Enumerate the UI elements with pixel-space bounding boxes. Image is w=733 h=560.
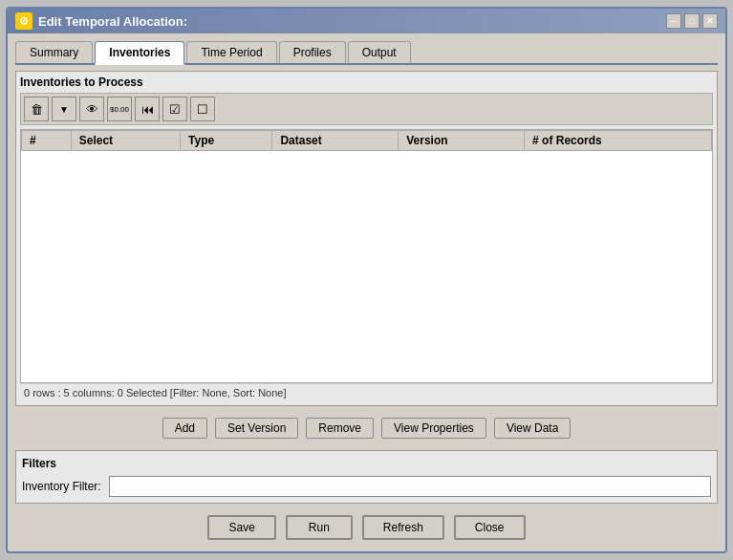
eye-icon: 👁 bbox=[86, 102, 98, 117]
view-toolbar-button[interactable]: 👁 bbox=[79, 97, 104, 121]
set-version-button[interactable]: Set Version bbox=[215, 418, 298, 439]
close-button[interactable]: Close bbox=[454, 515, 526, 540]
title-bar: ⚙ Edit Temporal Allocation: ─ □ ✕ bbox=[8, 9, 725, 33]
tab-summary[interactable]: Summary bbox=[15, 41, 93, 63]
table-status: 0 rows : 5 columns: 0 Selected [Filter: … bbox=[20, 383, 713, 401]
cost-toolbar-button[interactable]: $0.00 bbox=[107, 97, 132, 121]
inventory-filter-row: Inventory Filter: bbox=[22, 476, 711, 497]
inventories-table-container: # Select Type Dataset Version # of Recor… bbox=[20, 129, 713, 383]
back-toolbar-button[interactable]: ⏮ bbox=[135, 97, 160, 121]
close-title-button[interactable]: ✕ bbox=[702, 13, 718, 29]
tab-inventories[interactable]: Inventories bbox=[95, 41, 184, 65]
inventory-filter-input[interactable] bbox=[109, 476, 711, 497]
maximize-button[interactable]: □ bbox=[684, 13, 700, 29]
filter-toolbar-button[interactable]: ▼ bbox=[52, 97, 76, 121]
tab-bar: Summary Inventories Time Period Profiles… bbox=[15, 41, 718, 65]
check-toolbar-button[interactable]: ☑ bbox=[162, 97, 187, 121]
refresh-button[interactable]: Refresh bbox=[362, 515, 444, 540]
title-buttons: ─ □ ✕ bbox=[666, 13, 718, 29]
inventories-title: Inventories to Process bbox=[20, 75, 713, 89]
col-dataset: Dataset bbox=[272, 131, 399, 151]
filter-icon: ▼ bbox=[59, 104, 69, 115]
save-button[interactable]: Save bbox=[207, 515, 275, 540]
filters-title: Filters bbox=[22, 457, 711, 470]
view-data-button[interactable]: View Data bbox=[494, 418, 571, 439]
col-version: Version bbox=[399, 131, 525, 151]
add-button[interactable]: Add bbox=[162, 418, 207, 439]
window-title: Edit Temporal Allocation: bbox=[38, 14, 187, 29]
filters-section: Filters Inventory Filter: bbox=[15, 450, 718, 504]
square-toolbar-button[interactable]: ☐ bbox=[190, 97, 215, 121]
check-icon: ☑ bbox=[169, 102, 181, 117]
main-window: ⚙ Edit Temporal Allocation: ─ □ ✕ Summar… bbox=[6, 7, 727, 553]
col-type: Type bbox=[181, 131, 272, 151]
col-number: # bbox=[22, 131, 72, 151]
inventories-section: Inventories to Process 🗑 ▼ 👁 $0.00 ⏮ bbox=[15, 71, 718, 406]
cost-icon: $0.00 bbox=[110, 105, 129, 114]
tab-time-period[interactable]: Time Period bbox=[186, 41, 276, 63]
trash-icon: 🗑 bbox=[31, 102, 43, 117]
action-buttons: Add Set Version Remove View Properties V… bbox=[15, 412, 718, 444]
bottom-buttons: Save Run Refresh Close bbox=[15, 509, 718, 544]
inventories-table: # Select Type Dataset Version # of Recor… bbox=[21, 130, 712, 151]
view-properties-button[interactable]: View Properties bbox=[381, 418, 486, 439]
remove-button[interactable]: Remove bbox=[306, 418, 374, 439]
delete-toolbar-button[interactable]: 🗑 bbox=[24, 97, 49, 121]
col-records: # of Records bbox=[525, 131, 712, 151]
inventories-toolbar: 🗑 ▼ 👁 $0.00 ⏮ ☑ ☐ bbox=[20, 93, 713, 125]
window-body: Summary Inventories Time Period Profiles… bbox=[8, 33, 725, 551]
run-button[interactable]: Run bbox=[286, 515, 353, 540]
col-select: Select bbox=[71, 131, 180, 151]
app-icon: ⚙ bbox=[15, 12, 32, 30]
minimize-button[interactable]: ─ bbox=[666, 13, 681, 29]
tab-profiles[interactable]: Profiles bbox=[279, 41, 346, 63]
inventory-filter-label: Inventory Filter: bbox=[22, 480, 101, 493]
back-icon: ⏮ bbox=[141, 102, 154, 117]
tab-output[interactable]: Output bbox=[348, 41, 411, 63]
square-icon: ☐ bbox=[197, 102, 208, 117]
